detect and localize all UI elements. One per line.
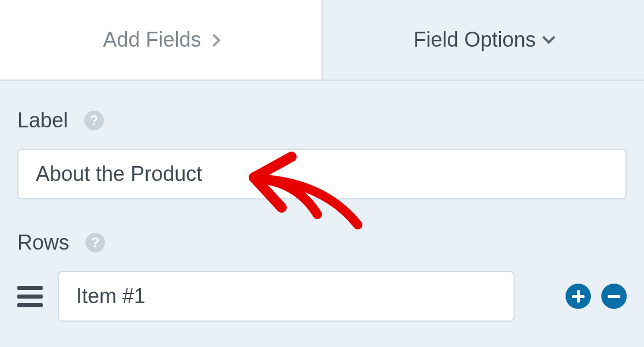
- label-input[interactable]: [17, 149, 627, 199]
- tab-field-options-label: Field Options: [413, 28, 536, 52]
- plus-icon: [572, 290, 585, 303]
- tab-bar: Add Fields Field Options: [0, 0, 644, 81]
- remove-row-button[interactable]: [601, 284, 627, 309]
- chevron-down-icon: [542, 31, 555, 44]
- add-row-button[interactable]: [566, 284, 591, 309]
- label-title: Label: [17, 108, 68, 133]
- rows-header: Rows ?: [17, 231, 627, 255]
- row-item: [17, 271, 627, 322]
- tab-add-fields-label: Add Fields: [103, 28, 201, 52]
- tab-add-fields[interactable]: Add Fields: [0, 0, 323, 80]
- row-actions: [566, 284, 627, 309]
- rows-section: Rows ?: [17, 231, 627, 322]
- help-icon[interactable]: ?: [85, 233, 105, 252]
- chevron-right-icon: [207, 34, 220, 47]
- minus-icon: [608, 295, 620, 298]
- label-section: Label ?: [17, 108, 627, 199]
- field-options-panel: Label ? Rows ?: [0, 81, 644, 322]
- help-icon[interactable]: ?: [84, 111, 104, 130]
- row-input[interactable]: [58, 271, 515, 322]
- drag-handle-icon[interactable]: [17, 286, 43, 307]
- tab-field-options[interactable]: Field Options: [323, 0, 644, 80]
- rows-title: Rows: [17, 231, 69, 255]
- label-header: Label ?: [17, 108, 627, 133]
